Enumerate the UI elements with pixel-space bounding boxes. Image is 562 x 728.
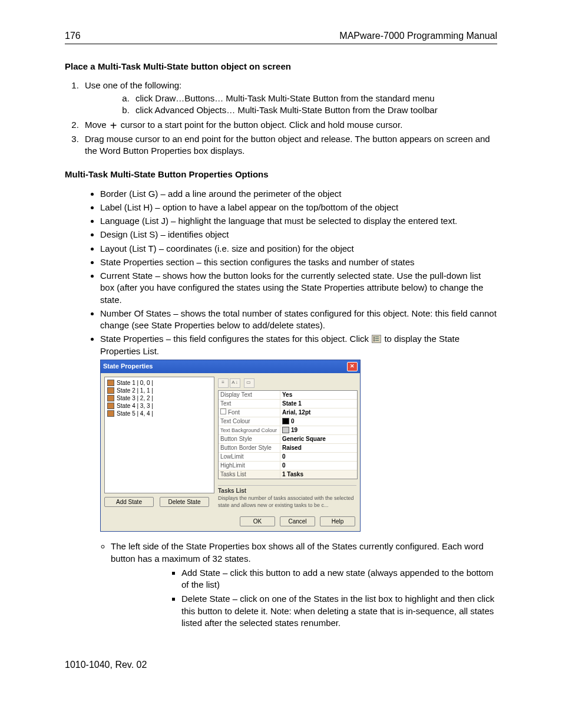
state-swatch-icon [107,387,114,394]
list-item: click Draw…Buttons… Multi-Task Multi-Sta… [132,93,497,104]
state-listitem[interactable]: State 5 | 4, 4 | [105,410,214,417]
close-icon[interactable]: ✕ [347,362,358,371]
page-number: 176 [65,29,81,42]
state-swatch-icon [107,410,114,417]
options-list: Border (List G) – add a line around the … [65,188,497,357]
delete-state-button[interactable]: Delete State [160,497,209,508]
section-heading: Multi-Task Multi-State Button Properties… [65,169,497,180]
state-listitem[interactable]: State 3 | 2, 2 | [105,394,214,402]
list-item: Layout (List T) – coordinates (i.e. size… [100,243,497,255]
list-item: Design (List S) – identifies object [100,229,497,241]
page-footer: 1010-1040, Rev. 02 [65,658,497,671]
list-item: Delete State – click on one of the State… [181,593,497,629]
property-description: Tasks List Displays the number of tasks … [218,485,356,509]
state-properties-dialog: State Properties ✕ State 1 | 0, 0 | Stat… [100,360,361,532]
crosshair-cursor-icon: + [110,122,117,129]
ok-button[interactable]: OK [240,516,275,527]
list-item: Current State – shows how the button loo… [100,270,497,306]
dialog-title-text: State Properties [103,362,153,371]
states-listbox[interactable]: State 1 | 0, 0 | State 2 | 1, 1 | State … [104,377,214,493]
alphabetical-icon[interactable]: A↓ [230,378,240,388]
section-heading: Place a Multi-Task Multi-State button ob… [65,61,497,73]
list-item: Drag mouse cursor to an end point for th… [81,133,497,157]
list-item: Add State – click this button to add a n… [181,567,497,591]
state-swatch-icon [107,395,114,401]
list-item: Label (List H) – option to have a label … [100,202,497,213]
property-pages-icon[interactable]: ▭ [244,378,254,388]
manual-title: MAPware-7000 Programming Manual [339,29,497,42]
procedure-list: Use one of the following: click Draw…But… [65,80,497,157]
dialog-titlebar: State Properties ✕ [101,360,360,373]
list-item: Move + cursor to a start point for the b… [81,119,497,131]
state-properties-list-icon [372,335,381,343]
list-item: State Properties section – this section … [100,256,497,268]
cancel-button[interactable]: Cancel [280,516,315,527]
list-item: Number Of States – shows the total numbe… [100,308,497,332]
list-item: The left side of the State Properties bo… [111,541,497,629]
state-swatch-icon [107,380,114,386]
categorized-icon[interactable]: ≡ [218,378,229,388]
page-header: 176 MAPware-7000 Programming Manual [65,29,497,44]
property-grid[interactable]: Display TextYes TextState 1 FontArial, 1… [218,390,358,479]
color-swatch-icon [282,418,289,424]
property-grid-toolbar: ≡A↓ ▭ [218,377,356,390]
color-swatch-icon [282,427,289,433]
list-item: click Advanced Objects… Multi-Task Multi… [132,104,497,116]
help-button[interactable]: Help [320,516,355,527]
state-listitem[interactable]: State 2 | 1, 1 | [105,387,214,394]
list-item: Border (List G) – add a line around the … [100,188,497,200]
state-swatch-icon [107,403,114,409]
sub-bullets: The left side of the State Properties bo… [65,541,497,629]
add-state-button[interactable]: Add State [104,497,154,508]
state-listitem[interactable]: State 1 | 0, 0 | [105,379,214,387]
list-item: State Properties – this field configures… [100,333,497,357]
state-listitem[interactable]: State 4 | 3, 3 | [105,402,214,410]
list-item: Use one of the following: click Draw…But… [81,80,497,117]
list-item: Language (List J) – highlight the langua… [100,215,497,227]
